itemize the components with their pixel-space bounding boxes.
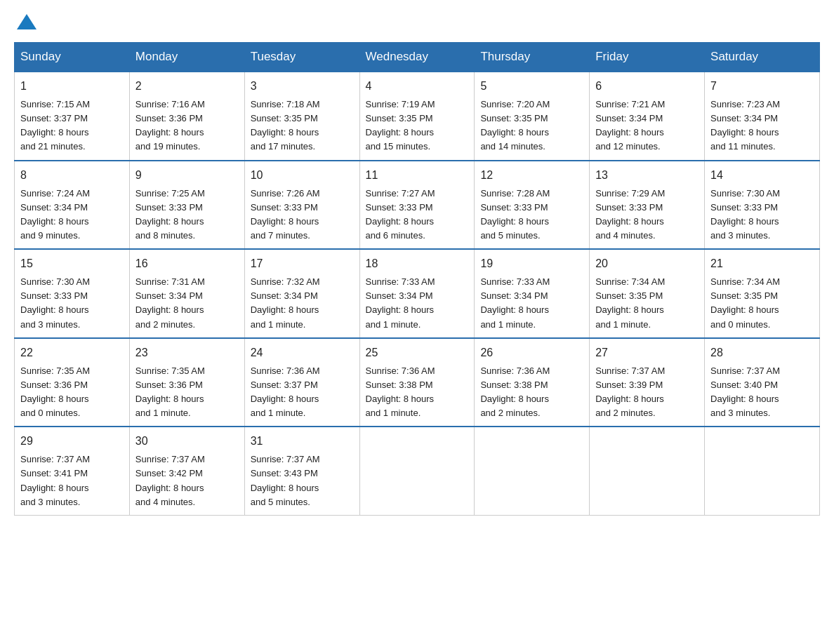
day-info: Sunrise: 7:35 AM Sunset: 3:36 PM Dayligh… (20, 364, 124, 421)
calendar-cell: 13Sunrise: 7:29 AM Sunset: 3:33 PM Dayli… (590, 161, 705, 250)
day-number: 6 (595, 78, 699, 95)
day-info: Sunrise: 7:37 AM Sunset: 3:43 PM Dayligh… (251, 452, 354, 509)
day-number: 5 (480, 78, 583, 95)
day-info: Sunrise: 7:31 AM Sunset: 3:34 PM Dayligh… (135, 275, 239, 332)
day-number: 11 (366, 167, 469, 184)
day-number: 8 (20, 167, 124, 184)
week-row-1: 1Sunrise: 7:15 AM Sunset: 3:37 PM Daylig… (15, 72, 820, 161)
calendar-cell: 14Sunrise: 7:30 AM Sunset: 3:33 PM Dayli… (705, 161, 820, 250)
day-number: 26 (480, 344, 583, 361)
day-info: Sunrise: 7:27 AM Sunset: 3:33 PM Dayligh… (366, 187, 469, 243)
logo (14, 14, 37, 31)
calendar-cell: 27Sunrise: 7:37 AM Sunset: 3:39 PM Dayli… (590, 338, 705, 427)
day-info: Sunrise: 7:36 AM Sunset: 3:38 PM Dayligh… (366, 364, 469, 421)
weekday-header-monday: Monday (129, 43, 244, 72)
day-number: 16 (135, 255, 239, 272)
calendar-cell: 29Sunrise: 7:37 AM Sunset: 3:41 PM Dayli… (15, 427, 130, 515)
day-info: Sunrise: 7:36 AM Sunset: 3:38 PM Dayligh… (480, 364, 583, 421)
weekday-header-sunday: Sunday (15, 43, 130, 72)
weekday-header-friday: Friday (590, 43, 705, 72)
day-number: 12 (480, 167, 583, 184)
day-info: Sunrise: 7:29 AM Sunset: 3:33 PM Dayligh… (595, 187, 699, 243)
calendar-cell: 24Sunrise: 7:36 AM Sunset: 3:37 PM Dayli… (244, 338, 359, 427)
day-number: 20 (595, 255, 699, 272)
day-info: Sunrise: 7:33 AM Sunset: 3:34 PM Dayligh… (366, 275, 469, 332)
week-row-2: 8Sunrise: 7:24 AM Sunset: 3:34 PM Daylig… (15, 161, 820, 250)
calendar-cell: 3Sunrise: 7:18 AM Sunset: 3:35 PM Daylig… (244, 72, 359, 161)
day-info: Sunrise: 7:25 AM Sunset: 3:33 PM Dayligh… (135, 187, 239, 243)
week-row-5: 29Sunrise: 7:37 AM Sunset: 3:41 PM Dayli… (15, 427, 820, 515)
day-number: 29 (20, 433, 124, 450)
header (14, 14, 820, 31)
day-info: Sunrise: 7:34 AM Sunset: 3:35 PM Dayligh… (595, 275, 699, 332)
calendar-cell: 12Sunrise: 7:28 AM Sunset: 3:33 PM Dayli… (475, 161, 590, 250)
day-number: 9 (135, 167, 239, 184)
day-number: 15 (20, 255, 124, 272)
day-number: 18 (366, 255, 469, 272)
calendar-cell: 30Sunrise: 7:37 AM Sunset: 3:42 PM Dayli… (129, 427, 244, 515)
calendar-cell: 7Sunrise: 7:23 AM Sunset: 3:34 PM Daylig… (705, 72, 820, 161)
day-number: 2 (135, 78, 239, 95)
calendar-cell: 6Sunrise: 7:21 AM Sunset: 3:34 PM Daylig… (590, 72, 705, 161)
day-number: 24 (251, 344, 354, 361)
day-number: 14 (710, 167, 814, 184)
calendar-cell: 11Sunrise: 7:27 AM Sunset: 3:33 PM Dayli… (359, 161, 475, 250)
day-number: 17 (251, 255, 354, 272)
calendar-cell: 20Sunrise: 7:34 AM Sunset: 3:35 PM Dayli… (590, 249, 705, 338)
logo-triangle-icon (17, 14, 37, 29)
calendar-cell: 18Sunrise: 7:33 AM Sunset: 3:34 PM Dayli… (359, 249, 475, 338)
calendar-cell: 19Sunrise: 7:33 AM Sunset: 3:34 PM Dayli… (475, 249, 590, 338)
calendar-cell: 10Sunrise: 7:26 AM Sunset: 3:33 PM Dayli… (244, 161, 359, 250)
weekday-header-saturday: Saturday (705, 43, 820, 72)
day-info: Sunrise: 7:23 AM Sunset: 3:34 PM Dayligh… (710, 98, 814, 154)
day-info: Sunrise: 7:34 AM Sunset: 3:35 PM Dayligh… (710, 275, 814, 332)
day-info: Sunrise: 7:37 AM Sunset: 3:41 PM Dayligh… (20, 452, 124, 509)
calendar-cell: 21Sunrise: 7:34 AM Sunset: 3:35 PM Dayli… (705, 249, 820, 338)
day-info: Sunrise: 7:21 AM Sunset: 3:34 PM Dayligh… (595, 98, 699, 154)
weekday-header-tuesday: Tuesday (244, 43, 359, 72)
calendar-cell (590, 427, 705, 515)
day-number: 3 (251, 78, 354, 95)
day-info: Sunrise: 7:36 AM Sunset: 3:37 PM Dayligh… (251, 364, 354, 421)
day-number: 27 (595, 344, 699, 361)
calendar-cell: 17Sunrise: 7:32 AM Sunset: 3:34 PM Dayli… (244, 249, 359, 338)
calendar-cell: 16Sunrise: 7:31 AM Sunset: 3:34 PM Dayli… (129, 249, 244, 338)
day-number: 10 (251, 167, 354, 184)
day-number: 13 (595, 167, 699, 184)
calendar-cell: 2Sunrise: 7:16 AM Sunset: 3:36 PM Daylig… (129, 72, 244, 161)
day-info: Sunrise: 7:16 AM Sunset: 3:36 PM Dayligh… (135, 98, 239, 154)
calendar-cell: 1Sunrise: 7:15 AM Sunset: 3:37 PM Daylig… (15, 72, 130, 161)
day-info: Sunrise: 7:24 AM Sunset: 3:34 PM Dayligh… (20, 187, 124, 243)
calendar-cell: 15Sunrise: 7:30 AM Sunset: 3:33 PM Dayli… (15, 249, 130, 338)
day-info: Sunrise: 7:15 AM Sunset: 3:37 PM Dayligh… (20, 98, 124, 154)
day-info: Sunrise: 7:30 AM Sunset: 3:33 PM Dayligh… (710, 187, 814, 243)
day-info: Sunrise: 7:28 AM Sunset: 3:33 PM Dayligh… (480, 187, 583, 243)
day-info: Sunrise: 7:19 AM Sunset: 3:35 PM Dayligh… (366, 98, 469, 154)
day-info: Sunrise: 7:26 AM Sunset: 3:33 PM Dayligh… (251, 187, 354, 243)
day-info: Sunrise: 7:33 AM Sunset: 3:34 PM Dayligh… (480, 275, 583, 332)
calendar-cell: 5Sunrise: 7:20 AM Sunset: 3:35 PM Daylig… (475, 72, 590, 161)
day-info: Sunrise: 7:37 AM Sunset: 3:40 PM Dayligh… (710, 364, 814, 421)
day-number: 23 (135, 344, 239, 361)
day-number: 19 (480, 255, 583, 272)
calendar-cell: 9Sunrise: 7:25 AM Sunset: 3:33 PM Daylig… (129, 161, 244, 250)
day-info: Sunrise: 7:37 AM Sunset: 3:39 PM Dayligh… (595, 364, 699, 421)
weekday-header-row: SundayMondayTuesdayWednesdayThursdayFrid… (15, 43, 820, 72)
calendar-cell (359, 427, 475, 515)
day-number: 31 (251, 433, 354, 450)
day-number: 30 (135, 433, 239, 450)
calendar-cell (705, 427, 820, 515)
day-info: Sunrise: 7:30 AM Sunset: 3:33 PM Dayligh… (20, 275, 124, 332)
day-number: 22 (20, 344, 124, 361)
calendar-cell: 4Sunrise: 7:19 AM Sunset: 3:35 PM Daylig… (359, 72, 475, 161)
day-number: 1 (20, 78, 124, 95)
day-info: Sunrise: 7:32 AM Sunset: 3:34 PM Dayligh… (251, 275, 354, 332)
day-number: 7 (710, 78, 814, 95)
day-info: Sunrise: 7:37 AM Sunset: 3:42 PM Dayligh… (135, 452, 239, 509)
calendar-cell: 28Sunrise: 7:37 AM Sunset: 3:40 PM Dayli… (705, 338, 820, 427)
calendar-cell: 23Sunrise: 7:35 AM Sunset: 3:36 PM Dayli… (129, 338, 244, 427)
calendar-cell: 8Sunrise: 7:24 AM Sunset: 3:34 PM Daylig… (15, 161, 130, 250)
day-info: Sunrise: 7:20 AM Sunset: 3:35 PM Dayligh… (480, 98, 583, 154)
day-number: 21 (710, 255, 814, 272)
weekday-header-thursday: Thursday (475, 43, 590, 72)
